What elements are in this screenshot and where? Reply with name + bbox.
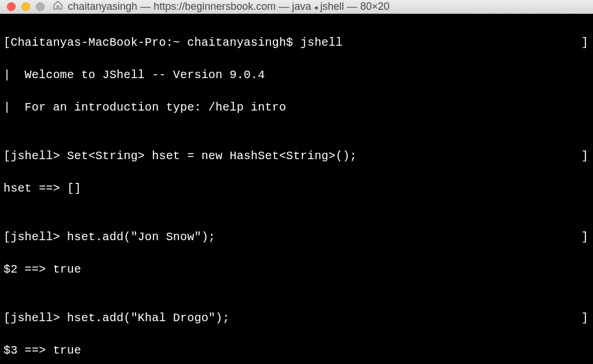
terminal-line: | Welcome to JShell -- Version 9.0.4	[3, 67, 590, 83]
title-user: chaitanyasingh	[68, 1, 137, 12]
terminal-line: hset ==> []	[3, 181, 590, 197]
caret-icon: ◂	[314, 3, 320, 12]
home-icon	[53, 0, 63, 13]
title-sep: —	[140, 1, 153, 12]
zoom-icon[interactable]	[36, 2, 45, 11]
terminal-window: chaitanyasingh — https://beginnersbook.c…	[0, 0, 593, 364]
title-proc: jshell	[320, 1, 344, 12]
terminal-line: [jshell> Set<String> hset = new HashSet<…	[3, 148, 357, 164]
window-titlebar[interactable]: chaitanyasingh — https://beginnersbook.c…	[0, 0, 593, 14]
terminal-line: [Chaitanyas-MacBook-Pro:~ chaitanyasingh…	[3, 35, 343, 51]
title-sep: —	[347, 1, 360, 12]
terminal-line-end: ]	[581, 148, 590, 164]
window-title: chaitanyasingh — https://beginnersbook.c…	[68, 1, 390, 13]
minimize-icon[interactable]	[21, 2, 30, 11]
terminal-line: | For an introduction type: /help intro	[3, 100, 590, 116]
terminal-line: [jshell> hset.add("Jon Snow");	[3, 229, 215, 245]
terminal-line-end: ]	[581, 310, 590, 326]
terminal-line: $2 ==> true	[3, 262, 590, 278]
title-url: https://beginnersbook.com	[153, 1, 276, 12]
terminal-line-end: ]	[581, 229, 590, 245]
terminal-body[interactable]: [Chaitanyas-MacBook-Pro:~ chaitanyasingh…	[0, 14, 593, 364]
title-sep: —	[279, 1, 292, 12]
title-size: 80×20	[360, 1, 390, 12]
terminal-line: $3 ==> true	[3, 343, 590, 359]
terminal-line: [jshell> hset.add("Khal Drogo");	[3, 310, 229, 326]
title-lang: java	[292, 1, 311, 12]
traffic-lights	[7, 2, 45, 11]
terminal-line-end: ]	[581, 35, 590, 51]
close-icon[interactable]	[7, 2, 16, 11]
